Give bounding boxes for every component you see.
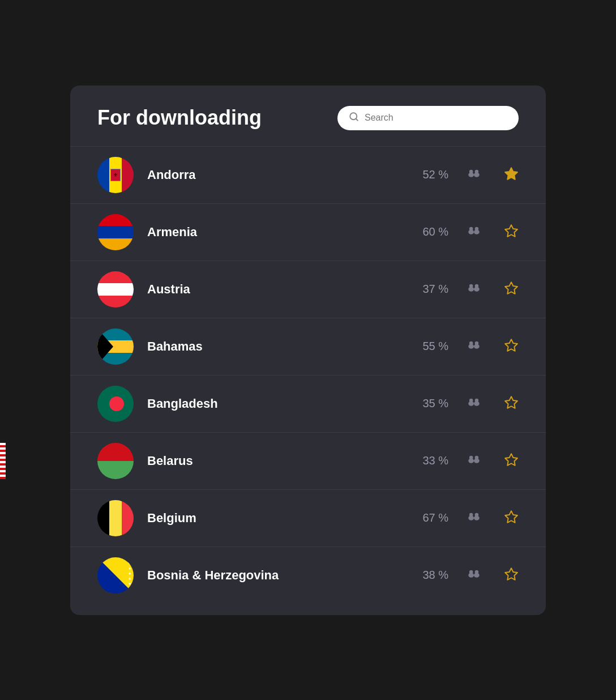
svg-point-15 (475, 284, 479, 288)
list-item: Belarus 33 % (70, 433, 546, 490)
percentage: 37 % (414, 283, 448, 296)
svg-marker-31 (505, 454, 517, 466)
country-list: ⚜ Andorra 52 % Armenia 60 % Austria 37 %… (70, 147, 546, 604)
svg-point-29 (469, 455, 473, 459)
star-button[interactable] (504, 510, 519, 527)
svg-marker-16 (505, 282, 517, 294)
group-icon (467, 511, 481, 526)
percentage: 33 % (414, 454, 448, 467)
svg-point-25 (475, 398, 479, 402)
list-item: Bahamas 55 % (70, 318, 546, 375)
svg-marker-41 (505, 568, 517, 580)
country-name: Bahamas (147, 339, 401, 354)
svg-point-39 (469, 570, 473, 574)
flag: ★★★★★ (97, 557, 134, 594)
percentage: 60 % (414, 225, 448, 238)
group-icon (467, 454, 481, 468)
svg-marker-26 (505, 396, 517, 408)
list-item: Belgium 67 % (70, 490, 546, 547)
percentage: 67 % (414, 511, 448, 524)
svg-point-4 (469, 169, 473, 173)
svg-point-30 (475, 455, 479, 459)
svg-point-40 (475, 570, 479, 574)
star-button[interactable] (504, 167, 519, 183)
list-item: Bangladesh 35 % (70, 375, 546, 433)
country-name: Austria (147, 282, 401, 297)
page-header: For downloading (70, 86, 546, 147)
search-box (337, 106, 519, 130)
svg-point-10 (475, 227, 479, 231)
star-button[interactable] (504, 338, 519, 355)
svg-point-34 (469, 513, 473, 517)
group-icon (467, 568, 481, 583)
group-icon (467, 282, 481, 297)
page-title: For downloading (97, 106, 262, 130)
star-button[interactable] (504, 224, 519, 241)
percentage: 55 % (414, 340, 448, 353)
search-icon (349, 112, 359, 125)
country-name: Belarus (147, 454, 401, 468)
svg-marker-36 (505, 511, 517, 523)
svg-point-35 (475, 513, 479, 517)
svg-point-9 (469, 227, 473, 231)
main-card: For downloading ⚜ Andorra 52 % Armenia 6… (70, 86, 546, 615)
country-name: Belgium (147, 511, 401, 526)
svg-point-14 (469, 284, 473, 288)
country-name: Armenia (147, 225, 401, 240)
svg-point-5 (475, 169, 479, 173)
flag (97, 443, 134, 479)
list-item: ★★★★★ Bosnia & Herzegovina 38 % (70, 547, 546, 604)
svg-marker-21 (505, 339, 517, 351)
percentage: 52 % (414, 168, 448, 181)
flag (97, 500, 134, 536)
list-item: Austria 37 % (70, 261, 546, 318)
star-button[interactable] (504, 567, 519, 584)
flag (97, 271, 134, 308)
star-button[interactable] (504, 453, 519, 469)
group-icon (467, 396, 481, 411)
country-name: Bangladesh (147, 396, 401, 411)
percentage: 35 % (414, 397, 448, 410)
search-input[interactable] (365, 113, 507, 123)
flag (97, 386, 134, 422)
svg-point-20 (475, 341, 479, 345)
list-item: ⚜ Andorra 52 % (70, 147, 546, 204)
svg-line-1 (356, 118, 357, 120)
country-name: Andorra (147, 168, 401, 182)
percentage: 38 % (414, 569, 448, 582)
country-name: Bosnia & Herzegovina (147, 568, 401, 583)
svg-marker-11 (505, 225, 517, 237)
group-icon (467, 168, 481, 182)
svg-point-19 (469, 341, 473, 345)
flag (97, 328, 134, 365)
group-icon (467, 225, 481, 240)
star-button[interactable] (504, 395, 519, 412)
list-item: Armenia 60 % (70, 204, 546, 261)
flag: ⚜ (97, 157, 134, 193)
flag (97, 214, 134, 250)
star-button[interactable] (504, 281, 519, 298)
group-icon (467, 339, 481, 354)
svg-marker-6 (505, 168, 517, 180)
svg-point-24 (469, 398, 473, 402)
